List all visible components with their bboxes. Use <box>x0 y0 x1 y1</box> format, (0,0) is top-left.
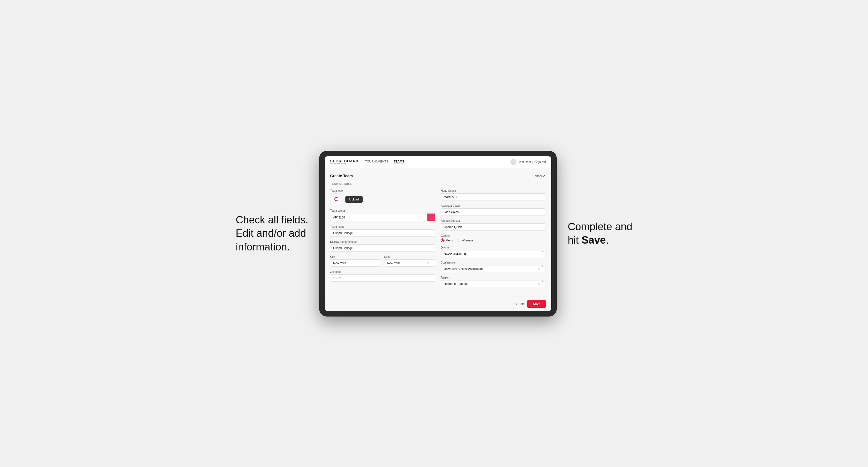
brand-title: SCOREBOARD <box>330 159 359 163</box>
right-annotation: Complete and hit Save. <box>568 220 632 247</box>
team-name-group: Team name <box>330 225 435 237</box>
gender-group: Gender Mens Womens <box>441 234 546 242</box>
gender-mens-radio[interactable] <box>441 239 444 242</box>
gender-mens-option[interactable]: Mens <box>441 239 453 242</box>
city-state-group: City State New York ✕ <box>330 255 435 267</box>
nav-tournaments[interactable]: TOURNAMENTS <box>365 160 388 164</box>
colour-input[interactable] <box>330 214 427 221</box>
region-clear-icon[interactable]: ✕ <box>538 282 540 286</box>
sign-out-link[interactable]: Sign out <box>535 160 546 164</box>
gender-womens-radio[interactable] <box>457 239 461 242</box>
region-group: Region Region II - (M) DIII ✕ ⌃⌄ <box>441 276 546 287</box>
user-avatar <box>510 159 516 165</box>
conference-label: Conference <box>441 261 546 264</box>
page-content: Create Team Cancel ✕ TEAM DETAILS Team l… <box>324 168 551 297</box>
assistant-coach-label: Assistant Coach <box>441 204 546 207</box>
team-logo-group: Team logo C Upload <box>330 189 435 206</box>
left-column: Team logo C Upload Team colour <box>330 189 435 291</box>
color-swatch[interactable] <box>427 213 435 221</box>
display-name-group: Display name (unique) <box>330 240 435 251</box>
conference-select-wrap: University Athletic Association ✕ ⌃⌄ <box>441 265 546 272</box>
display-name-input[interactable] <box>330 244 435 251</box>
city-group: City <box>330 255 381 267</box>
user-name: Test User | <box>519 160 533 164</box>
logo-circle: C <box>330 193 342 206</box>
state-group: State New York ✕ ⌃⌄ <box>384 255 435 267</box>
head-coach-input[interactable] <box>441 193 546 200</box>
team-name-input[interactable] <box>330 229 435 237</box>
brand-sub: Powered by clippd <box>330 163 359 165</box>
footer-save-button[interactable]: Save <box>527 300 546 308</box>
nav-teams[interactable]: TEAMS <box>394 160 404 164</box>
city-input[interactable] <box>330 259 381 267</box>
left-annotation: Check all fields. Edit and/or add inform… <box>236 213 308 254</box>
head-coach-group: Head Coach <box>441 189 546 200</box>
page-title: Create Team <box>330 174 353 178</box>
state-select-wrap: New York ✕ ⌃⌄ <box>384 259 435 267</box>
team-name-label: Team name <box>330 225 435 228</box>
team-colour-label: Team colour <box>330 209 435 212</box>
division-select-wrap: NCAA Division III ⌃⌄ <box>441 250 546 257</box>
tablet-screen: SCOREBOARD Powered by clippd TOURNAMENTS… <box>324 156 551 311</box>
athletic-director-input[interactable] <box>441 223 546 230</box>
form-grid: Team logo C Upload Team colour <box>330 189 546 291</box>
section-label: TEAM DETAILS <box>330 182 546 185</box>
assistant-coach-input[interactable] <box>441 208 546 216</box>
city-label: City <box>330 255 381 258</box>
nav-brand: SCOREBOARD Powered by clippd <box>330 159 359 165</box>
region-label: Region <box>441 276 546 279</box>
cancel-top-button[interactable]: Cancel ✕ <box>532 174 546 178</box>
conference-group: Conference University Athletic Associati… <box>441 261 546 272</box>
division-group: Division NCAA Division III ⌃⌄ <box>441 246 546 257</box>
city-state-row: City State New York ✕ <box>330 255 435 267</box>
logo-area: C Upload <box>330 193 435 206</box>
conference-select[interactable]: University Athletic Association <box>441 265 546 272</box>
division-select[interactable]: NCAA Division III <box>441 250 546 257</box>
navbar: SCOREBOARD Powered by clippd TOURNAMENTS… <box>324 156 551 168</box>
state-clear-icon[interactable]: ✕ <box>427 261 430 265</box>
zip-label: Zip code <box>330 270 435 273</box>
division-label: Division <box>441 246 546 249</box>
head-coach-label: Head Coach <box>441 189 546 192</box>
color-field-wrap <box>330 213 435 221</box>
zip-input[interactable] <box>330 275 435 282</box>
right-column: Head Coach Assistant Coach Athletic Dire… <box>441 189 546 291</box>
state-label: State <box>384 255 435 258</box>
page-header: Create Team Cancel ✕ <box>330 174 546 178</box>
athletic-director-group: Athletic Director <box>441 219 546 230</box>
gender-radio-group: Mens Womens <box>441 239 546 242</box>
team-logo-label: Team logo <box>330 189 435 192</box>
conference-clear-icon[interactable]: ✕ <box>538 267 540 271</box>
upload-button[interactable]: Upload <box>345 196 363 203</box>
tablet-frame: SCOREBOARD Powered by clippd TOURNAMENTS… <box>319 151 557 316</box>
team-colour-group: Team colour <box>330 209 435 221</box>
gender-womens-option[interactable]: Womens <box>457 239 473 242</box>
nav-links: TOURNAMENTS TEAMS <box>365 160 510 164</box>
assistant-coach-group: Assistant Coach <box>441 204 546 216</box>
athletic-director-label: Athletic Director <box>441 219 546 222</box>
display-name-label: Display name (unique) <box>330 240 435 243</box>
region-select-wrap: Region II - (M) DIII ✕ ⌃⌄ <box>441 280 546 287</box>
cancel-x-icon: ✕ <box>543 174 546 178</box>
region-select[interactable]: Region II - (M) DIII <box>441 280 546 287</box>
footer-cancel-button[interactable]: Cancel <box>515 302 525 306</box>
nav-user: Test User | Sign out <box>510 159 546 165</box>
gender-label: Gender <box>441 234 546 237</box>
zip-group: Zip code <box>330 270 435 282</box>
form-footer: Cancel Save <box>324 297 551 311</box>
